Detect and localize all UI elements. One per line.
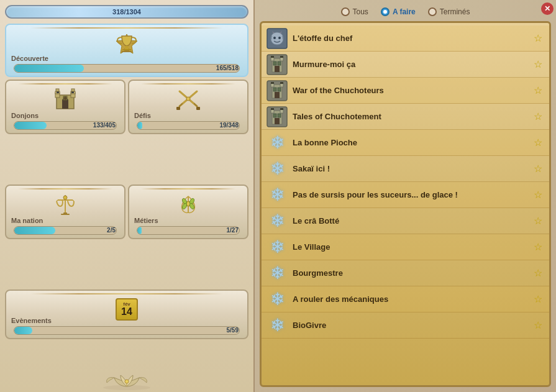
category-decouverte[interactable]: Découverte 165/518 bbox=[5, 24, 248, 77]
wolf-icon bbox=[266, 27, 288, 50]
svg-point-45 bbox=[273, 37, 276, 39]
quest-item-5[interactable]: ❄ La bonne Pioche ☆ bbox=[262, 130, 549, 156]
svg-rect-69 bbox=[271, 108, 274, 110]
snowflake-icon-12: ❄ bbox=[270, 315, 285, 335]
svg-rect-63 bbox=[273, 88, 276, 91]
evenements-progress bbox=[14, 326, 240, 335]
snowflake-icon-10: ❄ bbox=[270, 263, 285, 283]
main-container: ✕ 318/1304 bbox=[0, 0, 556, 392]
quest-star-5[interactable]: ☆ bbox=[532, 137, 544, 149]
nation-progress-fill bbox=[14, 227, 55, 234]
defis-icon bbox=[175, 88, 202, 111]
donjons-progress-fill bbox=[14, 122, 47, 129]
svg-rect-12 bbox=[71, 89, 75, 91]
nation-progress bbox=[14, 226, 117, 235]
card-deco-evenements bbox=[6, 293, 247, 294]
quest-item-11[interactable]: ❄ A rouler des mécaniques ☆ bbox=[262, 286, 549, 312]
quest-name-1: L'étoffe du chef bbox=[290, 34, 532, 43]
svg-rect-11 bbox=[56, 89, 59, 91]
category-nation[interactable]: Ma nation 2/5 bbox=[5, 185, 125, 239]
quest-name-9: Le Village bbox=[290, 242, 532, 252]
quest-item-7[interactable]: ❄ Pas de sursis pour les suceurs... de g… bbox=[262, 182, 549, 208]
radio-tous[interactable] bbox=[341, 7, 350, 16]
quest-item-10[interactable]: ❄ Bourgmestre ☆ bbox=[262, 260, 549, 286]
filter-tous-label: Tous bbox=[353, 7, 368, 16]
quest-icon-tower-2 bbox=[264, 53, 290, 76]
svg-rect-71 bbox=[275, 118, 280, 124]
quest-star-12[interactable]: ☆ bbox=[532, 319, 544, 332]
tower-small2-icon bbox=[266, 80, 288, 102]
date-badge: fév 14 bbox=[116, 298, 138, 321]
close-button[interactable]: ✕ bbox=[541, 2, 554, 15]
svg-rect-70 bbox=[280, 108, 283, 110]
quest-name-5: La bonne Pioche bbox=[290, 138, 532, 147]
evenements-label: Evènements bbox=[11, 317, 52, 324]
metiers-progress-text: 1/27 bbox=[227, 226, 239, 235]
svg-rect-55 bbox=[278, 62, 281, 65]
svg-rect-1 bbox=[122, 51, 132, 52]
category-defis[interactable]: Défis 19/348 bbox=[128, 80, 248, 134]
quest-icon-snowflake-5: ❄ bbox=[264, 131, 290, 155]
quest-icon-snowflake-8: ❄ bbox=[264, 209, 290, 233]
quest-name-4: Tales of Chuchotement bbox=[290, 112, 532, 121]
defis-progress-text: 19/348 bbox=[219, 121, 239, 130]
decouverte-icon-area bbox=[6, 30, 247, 57]
filter-a-faire[interactable]: A faire bbox=[381, 7, 416, 16]
quest-star-3[interactable]: ☆ bbox=[532, 84, 544, 97]
quest-item-4[interactable]: Tales of Chuchotement ☆ bbox=[262, 104, 549, 130]
quest-star-4[interactable]: ☆ bbox=[532, 111, 544, 123]
quest-list[interactable]: L'étoffe du chef ☆ bbox=[262, 23, 549, 385]
quest-item-12[interactable]: ❄ BioGivre ☆ bbox=[262, 312, 549, 339]
quest-icon-snowflake-10: ❄ bbox=[264, 262, 290, 285]
quest-item-6[interactable]: ❄ Sakaï ici ! ☆ bbox=[262, 156, 549, 182]
filter-termines[interactable]: Terminés bbox=[428, 7, 470, 16]
svg-rect-60 bbox=[271, 82, 274, 84]
bottom-decoration bbox=[0, 367, 253, 392]
quest-star-6[interactable]: ☆ bbox=[532, 163, 544, 175]
quest-icon-tower-3 bbox=[264, 79, 290, 103]
donjons-icon bbox=[52, 88, 79, 111]
quest-star-7[interactable]: ☆ bbox=[532, 189, 544, 201]
quest-star-9[interactable]: ☆ bbox=[532, 241, 544, 253]
quest-star-8[interactable]: ☆ bbox=[532, 215, 544, 227]
quest-star-1[interactable]: ☆ bbox=[532, 32, 544, 45]
quest-item-8[interactable]: ❄ Le crâ Botté ☆ bbox=[262, 208, 549, 234]
quest-item-3[interactable]: War of the Chuchoteurs ☆ bbox=[262, 78, 549, 104]
nation-icon bbox=[52, 193, 79, 216]
svg-rect-51 bbox=[271, 56, 274, 58]
quest-item-2[interactable]: Murmure-moi ça ☆ bbox=[262, 52, 549, 78]
snowflake-icon-7: ❄ bbox=[270, 185, 285, 205]
quest-name-7: Pas de sursis pour les suceurs... de gla… bbox=[290, 190, 532, 199]
filter-termines-label: Terminés bbox=[440, 7, 470, 16]
radio-termines[interactable] bbox=[428, 7, 437, 16]
tower-small-icon bbox=[266, 53, 288, 76]
defis-label: Défis bbox=[134, 112, 151, 119]
metiers-label: Métiers bbox=[134, 217, 158, 224]
overall-progress-label: 318/1304 bbox=[112, 8, 141, 16]
filter-row: Tous A faire Terminés bbox=[260, 5, 551, 21]
category-donjons[interactable]: Donjons 133/405 bbox=[5, 80, 125, 134]
defis-progress-fill bbox=[137, 122, 142, 129]
decouverte-label: Découverte bbox=[11, 55, 48, 62]
nation-icon-area bbox=[6, 191, 124, 218]
metiers-progress bbox=[137, 226, 240, 235]
evenements-progress-text: 5/59 bbox=[227, 326, 239, 335]
decouverte-progress bbox=[14, 64, 240, 73]
nation-label: Ma nation bbox=[11, 217, 43, 224]
tower-small3-icon bbox=[266, 106, 288, 128]
category-metiers[interactable]: Métiers 1/27 bbox=[128, 185, 248, 239]
card-deco-defis bbox=[129, 83, 247, 84]
nation-progress-text: 2/5 bbox=[107, 226, 116, 235]
quest-item-1[interactable]: L'étoffe du chef ☆ bbox=[262, 25, 549, 52]
radio-a-faire[interactable] bbox=[381, 7, 390, 16]
quest-star-10[interactable]: ☆ bbox=[532, 267, 544, 280]
filter-tous[interactable]: Tous bbox=[341, 7, 368, 16]
quest-star-2[interactable]: ☆ bbox=[532, 58, 544, 71]
quest-star-11[interactable]: ☆ bbox=[532, 293, 544, 306]
quest-list-container: L'étoffe du chef ☆ bbox=[260, 21, 551, 387]
quest-icon-wolf-1 bbox=[264, 27, 290, 50]
quest-name-2: Murmure-moi ça bbox=[290, 60, 532, 69]
category-evenements[interactable]: fév 14 Evènements 5/59 bbox=[5, 289, 248, 339]
card-deco-metiers bbox=[129, 188, 247, 189]
quest-item-9[interactable]: ❄ Le Village ☆ bbox=[262, 234, 549, 260]
